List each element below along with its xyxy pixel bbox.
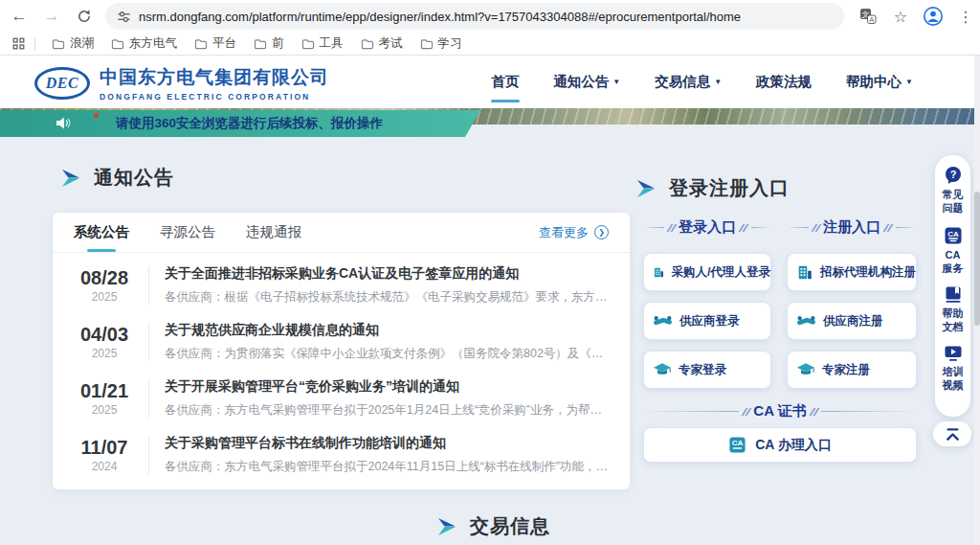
section-arrow-icon bbox=[435, 517, 457, 536]
supplier-login-button[interactable]: 供应商登录 bbox=[643, 302, 771, 340]
expert-register-button[interactable]: 专家注册 bbox=[787, 351, 917, 389]
notice-ticker: 请使用360安全浏览器进行后续投标、报价操作 bbox=[0, 110, 480, 137]
scrollbar-thumb[interactable] bbox=[974, 192, 980, 326]
chrome-menu-icon[interactable]: ⋮ bbox=[955, 6, 976, 27]
nav-notices[interactable]: 通知公告▼ bbox=[553, 56, 620, 108]
notice-title[interactable]: 关于开展采购管理平台“竞价采购业务”培训的通知 bbox=[165, 378, 609, 396]
page-scrollbar[interactable] bbox=[974, 56, 980, 545]
notice-title[interactable]: 关于规范供应商企业规模信息的通知 bbox=[165, 322, 609, 339]
back-to-top-button[interactable] bbox=[933, 421, 971, 446]
bookmark-folder[interactable]: 东方电气 bbox=[102, 34, 186, 54]
notice-desc: 各供应商：根据《电子招标投标系统技术规范》《电子采购交易规范》要求，东方电气采购… bbox=[165, 289, 609, 306]
building-icon bbox=[653, 263, 665, 282]
faq-item[interactable]: ? 常见问题 bbox=[941, 166, 966, 216]
notice-row[interactable]: 08/282025 关于全面推进非招标采购业务CA认证及电子签章应用的通知各供应… bbox=[53, 257, 630, 313]
notice-row[interactable]: 11/072024 关于采购管理平台标书在线制作功能培训的通知各供应商：东方电气… bbox=[53, 426, 630, 483]
graduation-cap-icon bbox=[796, 362, 815, 378]
notice-desc: 各供应商：为贯彻落实《保障中小企业款项支付条例》（国务院令第802号）及《中小企… bbox=[165, 346, 609, 362]
buyer-agent-login-button[interactable]: 采购人/代理人登录 bbox=[643, 253, 771, 291]
bookmark-label: 前 bbox=[272, 35, 284, 52]
site-settings-icon[interactable] bbox=[117, 10, 131, 24]
nav-home[interactable]: 首页 bbox=[491, 56, 519, 108]
folder-icon bbox=[361, 38, 374, 50]
view-more-link[interactable]: 查看更多 ❯ bbox=[539, 224, 609, 241]
notice-title[interactable]: 关于全面推进非招标采购业务CA认证及电子签章应用的通知 bbox=[165, 265, 609, 283]
folder-icon bbox=[254, 38, 267, 50]
bookmark-folder[interactable]: 平台 bbox=[186, 34, 245, 54]
notice-date: 08/282025 bbox=[74, 267, 135, 304]
url-text[interactable]: nsrm.dongfang.com/platform/runtime/epp/d… bbox=[139, 10, 741, 24]
bookmark-folder[interactable]: 工具 bbox=[293, 34, 352, 54]
forward-icon[interactable]: → bbox=[38, 3, 65, 30]
handshake-icon bbox=[653, 313, 673, 329]
company-name-en: DONGFANG ELECTRIC CORPORATION bbox=[100, 92, 329, 102]
site-header: DEC 中国东方电气集团有限公司 DONGFANG ELECTRIC CORPO… bbox=[0, 56, 980, 108]
divider bbox=[34, 37, 35, 51]
tab-violation-reports[interactable]: 违规通报 bbox=[246, 213, 301, 252]
svg-text:A: A bbox=[869, 15, 874, 24]
video-play-icon bbox=[944, 345, 963, 362]
nav-help-center[interactable]: 帮助中心▼ bbox=[846, 56, 913, 108]
apps-grid-icon[interactable] bbox=[8, 34, 29, 55]
caret-down-icon: ▼ bbox=[714, 78, 722, 86]
notice-title[interactable]: 关于采购管理平台标书在线制作功能培训的通知 bbox=[165, 435, 609, 452]
speaker-icon bbox=[56, 116, 72, 130]
expert-login-button[interactable]: 专家登录 bbox=[643, 351, 771, 389]
register-entry-header: 注册入口 bbox=[787, 218, 917, 237]
bookmark-folder[interactable]: 考试 bbox=[352, 34, 412, 54]
profile-avatar-icon[interactable] bbox=[923, 6, 944, 27]
supplier-register-button[interactable]: 供应商注册 bbox=[787, 302, 917, 340]
folder-icon bbox=[52, 38, 65, 50]
bookmark-star-icon[interactable]: ☆ bbox=[890, 6, 911, 27]
divider bbox=[148, 323, 149, 361]
caret-down-icon: ▼ bbox=[612, 78, 620, 86]
scroll-top-icon bbox=[945, 427, 961, 442]
quick-sidebar: ? 常见问题 CA CA服务 帮助文档 培训视频 bbox=[935, 155, 970, 417]
bookmark-label: 东方电气 bbox=[129, 35, 177, 52]
ca-badge-icon: CA bbox=[728, 436, 746, 454]
help-docs-item[interactable]: 帮助文档 bbox=[941, 285, 966, 334]
notices-section-title: 通知公告 bbox=[59, 165, 174, 191]
notice-row[interactable]: 01/212025 关于开展采购管理平台“竞价采购业务”培训的通知各供应商：东方… bbox=[53, 370, 630, 426]
nav-policies[interactable]: 政策法规 bbox=[756, 56, 812, 108]
bookmark-label: 工具 bbox=[320, 35, 344, 52]
ca-service-item[interactable]: CA CA服务 bbox=[941, 226, 966, 276]
notice-desc: 各供应商：东方电气采购管理平台拟于2024年11月15日上线“标书在线制作”功能… bbox=[165, 459, 609, 475]
divider bbox=[148, 266, 149, 305]
company-name: 中国东方电气集团有限公司 DONGFANG ELECTRIC CORPORATI… bbox=[100, 65, 329, 102]
book-icon bbox=[944, 285, 963, 304]
notice-list: 08/282025 关于全面推进非招标采购业务CA认证及电子签章应用的通知各供应… bbox=[53, 253, 630, 487]
notice-date: 01/212025 bbox=[74, 380, 135, 417]
notice-date: 04/032025 bbox=[74, 324, 135, 360]
translate-icon[interactable]: 文A bbox=[858, 6, 879, 27]
dec-logo[interactable]: DEC bbox=[34, 67, 90, 100]
address-bar[interactable]: nsrm.dongfang.com/platform/runtime/epp/d… bbox=[105, 3, 844, 30]
section-arrow-icon bbox=[59, 169, 81, 188]
notice-date: 11/072024 bbox=[74, 437, 135, 473]
bookmark-label: 考试 bbox=[379, 35, 403, 52]
login-entry-header: 登录入口 bbox=[643, 218, 771, 237]
tab-sourcing-notices[interactable]: 寻源公告 bbox=[160, 213, 215, 252]
training-videos-item[interactable]: 培训视频 bbox=[941, 345, 966, 393]
bookmark-label: 学习 bbox=[438, 35, 462, 52]
back-icon[interactable]: ← bbox=[6, 3, 33, 30]
ca-cert-header: CA 证书 bbox=[643, 402, 917, 420]
bookmark-folder[interactable]: 前 bbox=[245, 34, 293, 54]
ca-apply-button[interactable]: CA CA 办理入口 bbox=[643, 427, 917, 463]
bookmark-folder[interactable]: 浪潮 bbox=[43, 34, 102, 54]
bookmarks-bar: 浪潮 东方电气 平台 前 工具 考试 学习 bbox=[0, 33, 980, 56]
reload-icon[interactable] bbox=[71, 3, 98, 30]
folder-icon bbox=[301, 38, 315, 50]
notice-tabs: 系统公告 寻源公告 违规通报 查看更多 ❯ bbox=[53, 213, 630, 253]
handshake-icon bbox=[796, 313, 816, 329]
bookmark-folder[interactable]: 学习 bbox=[412, 34, 471, 54]
bidding-agency-register-button[interactable]: 招标代理机构注册 bbox=[787, 253, 917, 291]
nav-trade-info[interactable]: 交易信息▼ bbox=[655, 56, 722, 108]
folder-icon bbox=[194, 38, 208, 50]
ca-badge-icon: CA bbox=[944, 226, 963, 245]
trade-section-title: 交易信息 bbox=[435, 513, 550, 539]
notice-row[interactable]: 04/032025 关于规范供应商企业规模信息的通知各供应商：为贯彻落实《保障中… bbox=[53, 313, 630, 370]
folder-icon bbox=[420, 38, 434, 50]
bookmark-label: 平台 bbox=[212, 35, 236, 52]
tab-system-notices[interactable]: 系统公告 bbox=[74, 213, 129, 252]
